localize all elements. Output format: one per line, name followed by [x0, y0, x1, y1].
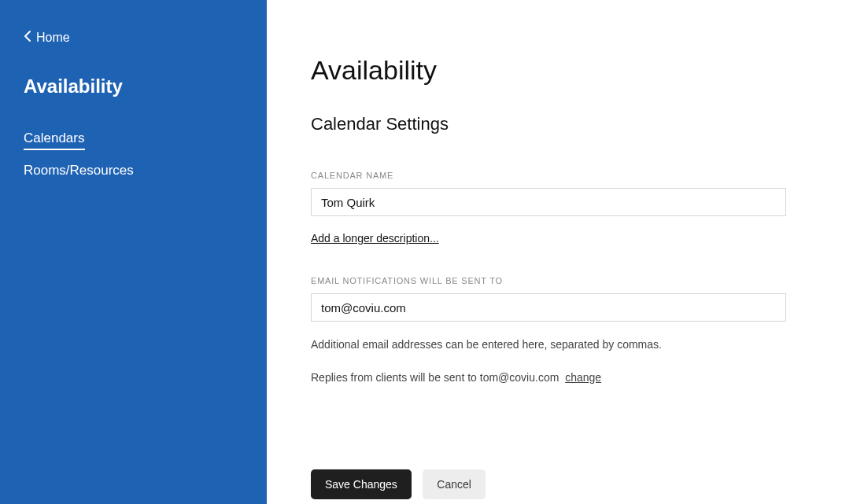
email-notifications-label: EMAIL NOTIFICATIONS WILL BE SENT TO	[311, 276, 798, 285]
email-hint: Additional email addresses can be entere…	[311, 336, 798, 355]
change-reply-email-link[interactable]: change	[565, 371, 601, 384]
cancel-button[interactable]: Cancel	[423, 469, 486, 499]
sidebar: Home Availability Calendars Rooms/Resour…	[0, 0, 267, 504]
sidebar-item-rooms-resources[interactable]: Rooms/Resources	[24, 163, 134, 178]
save-button[interactable]: Save Changes	[311, 469, 412, 499]
page-title: Availability	[311, 55, 798, 86]
sidebar-item-calendars[interactable]: Calendars	[24, 131, 85, 150]
sidebar-title: Availability	[24, 75, 243, 97]
section-title: Calendar Settings	[311, 114, 798, 134]
chevron-left-icon	[24, 30, 36, 46]
reply-hint: Replies from clients will be sent to tom…	[311, 369, 798, 388]
button-row: Save Changes Cancel	[311, 469, 798, 499]
calendar-name-input[interactable]	[311, 188, 786, 216]
email-notifications-input[interactable]	[311, 293, 786, 322]
main-content: Availability Calendar Settings CALENDAR …	[267, 0, 842, 504]
back-home-label: Home	[36, 31, 70, 45]
add-description-link[interactable]: Add a longer description...	[311, 232, 439, 245]
back-home-link[interactable]: Home	[24, 30, 243, 46]
calendar-name-label: CALENDAR NAME	[311, 171, 798, 180]
